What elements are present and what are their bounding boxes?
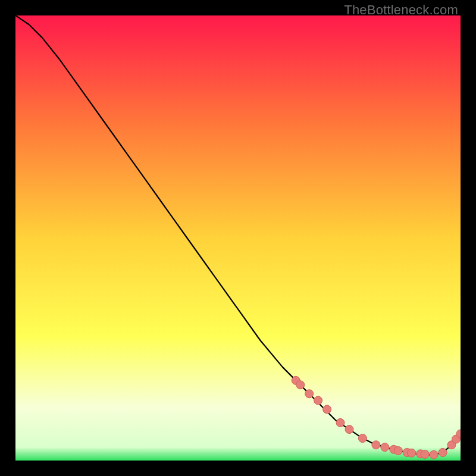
chart-svg (15, 15, 461, 461)
marker-point (323, 405, 331, 414)
marker-point (394, 447, 402, 455)
marker-point (439, 449, 447, 457)
marker-point (345, 425, 353, 434)
gradient-background (15, 15, 461, 461)
marker-point (336, 418, 345, 427)
marker-point (358, 434, 367, 443)
marker-point (408, 449, 416, 457)
watermark-text: TheBottleneck.com (344, 2, 458, 18)
marker-point (314, 396, 322, 405)
marker-point (296, 381, 305, 389)
marker-point (381, 443, 389, 452)
marker-point (430, 450, 438, 459)
marker-point (305, 390, 314, 398)
marker-point (372, 441, 380, 449)
marker-point (421, 450, 429, 459)
chart-frame (15, 15, 461, 461)
